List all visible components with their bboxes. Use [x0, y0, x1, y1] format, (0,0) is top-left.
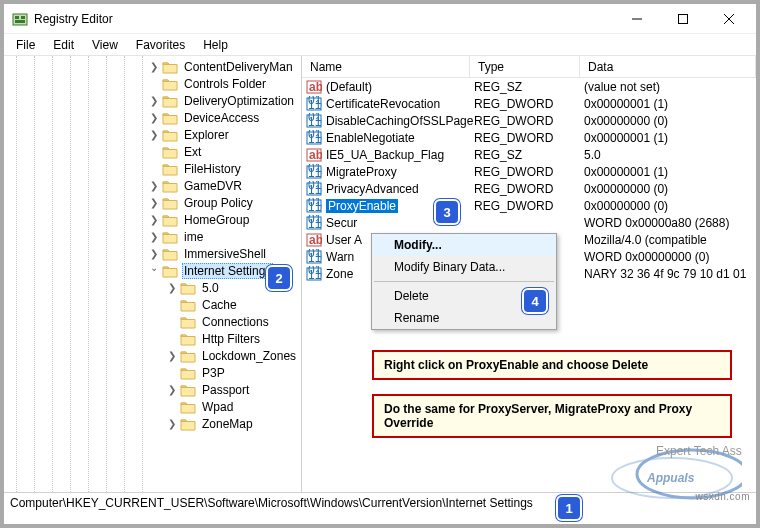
expander-icon[interactable]: ❯ [148, 95, 160, 107]
expander-icon[interactable]: ❯ [148, 214, 160, 226]
value-name: (Default) [326, 80, 474, 94]
svg-text:110: 110 [308, 115, 322, 129]
tree-item[interactable]: ❯ZoneMap [4, 415, 301, 432]
folder-icon [180, 332, 196, 346]
reg-dword-icon: 011110 [306, 113, 322, 129]
col-type[interactable]: Type [470, 56, 580, 77]
expander-icon[interactable] [166, 333, 178, 345]
tree-item[interactable]: ❯Lockdown_Zones [4, 347, 301, 364]
tree-label: Internet Settings [182, 263, 273, 279]
expander-icon[interactable]: ❯ [166, 418, 178, 430]
tree-item[interactable]: Cache [4, 296, 301, 313]
folder-icon [180, 298, 196, 312]
value-type: REG_DWORD [474, 97, 584, 111]
ctx-modify[interactable]: Modify... [372, 234, 556, 256]
tree-item[interactable]: ❯ime [4, 228, 301, 245]
value-row[interactable]: abIE5_UA_Backup_FlagREG_SZ5.0 [302, 146, 756, 163]
tree-item[interactable]: Http Filters [4, 330, 301, 347]
menu-bar: File Edit View Favorites Help [4, 34, 756, 56]
expander-icon[interactable] [148, 163, 160, 175]
expander-icon[interactable] [166, 299, 178, 311]
tree-item[interactable]: Ext [4, 143, 301, 160]
value-name: ProxyEnable [326, 199, 398, 213]
tree-label: DeliveryOptimization [182, 94, 296, 108]
expander-icon[interactable] [166, 316, 178, 328]
tree-item[interactable]: ⌄Internet Settings [4, 262, 301, 279]
expander-icon[interactable]: ❯ [148, 129, 160, 141]
menu-file[interactable]: File [8, 36, 43, 54]
tree-item[interactable]: ❯ContentDeliveryMan [4, 58, 301, 75]
tree-item[interactable]: Controls Folder [4, 75, 301, 92]
expander-icon[interactable]: ❯ [148, 231, 160, 243]
folder-icon [180, 400, 196, 414]
tree-item[interactable]: ❯5.0 [4, 279, 301, 296]
svg-rect-0 [13, 14, 27, 25]
regedit-icon [12, 11, 28, 27]
tree-label: P3P [200, 366, 227, 380]
tree-item[interactable]: ❯Passport [4, 381, 301, 398]
expander-icon[interactable] [166, 401, 178, 413]
expander-icon[interactable]: ❯ [148, 112, 160, 124]
folder-icon [162, 162, 178, 176]
value-row[interactable]: 011110DisableCachingOfSSLPagesREG_DWORD0… [302, 112, 756, 129]
col-data[interactable]: Data [580, 56, 756, 77]
expander-icon[interactable]: ⌄ [148, 262, 160, 274]
value-name: IE5_UA_Backup_Flag [326, 148, 474, 162]
tree-item[interactable]: ❯GameDVR [4, 177, 301, 194]
tree-item[interactable]: Connections [4, 313, 301, 330]
close-button[interactable] [706, 5, 752, 33]
expander-icon[interactable]: ❯ [166, 384, 178, 396]
menu-help[interactable]: Help [195, 36, 236, 54]
tree-item[interactable]: ❯DeviceAccess [4, 109, 301, 126]
folder-icon [180, 417, 196, 431]
tree-item[interactable]: P3P [4, 364, 301, 381]
folder-icon [162, 247, 178, 261]
expander-icon[interactable] [148, 78, 160, 90]
tree-item[interactable]: ❯ImmersiveShell [4, 245, 301, 262]
folder-icon [162, 213, 178, 227]
value-row[interactable]: 011110SecurWORD 0x00000a80 (2688) [302, 214, 756, 231]
value-row[interactable]: 011110CertificateRevocationREG_DWORD0x00… [302, 95, 756, 112]
folder-icon [162, 196, 178, 210]
expander-icon[interactable]: ❯ [148, 61, 160, 73]
menu-view[interactable]: View [84, 36, 126, 54]
svg-text:ab: ab [309, 233, 322, 247]
tree-item[interactable]: ❯Explorer [4, 126, 301, 143]
menu-edit[interactable]: Edit [45, 36, 82, 54]
expander-icon[interactable]: ❯ [148, 197, 160, 209]
expander-icon[interactable]: ❯ [148, 248, 160, 260]
value-type: REG_DWORD [474, 182, 584, 196]
window-title: Registry Editor [34, 12, 614, 26]
badge-2: 2 [268, 267, 290, 289]
expander-icon[interactable] [166, 367, 178, 379]
folder-icon [162, 230, 178, 244]
tree-item[interactable]: FileHistory [4, 160, 301, 177]
ctx-modify-binary[interactable]: Modify Binary Data... [372, 256, 556, 278]
folder-icon [180, 349, 196, 363]
tree-label: ZoneMap [200, 417, 255, 431]
instruction-note-2: Do the same for ProxyServer, MigrateProx… [372, 394, 732, 438]
value-row[interactable]: 011110PrivacyAdvancedREG_DWORD0x00000000… [302, 180, 756, 197]
instruction-note-1: Right click on ProxyEnable and choose De… [372, 350, 732, 380]
maximize-button[interactable] [660, 5, 706, 33]
tree-item[interactable]: Wpad [4, 398, 301, 415]
value-row[interactable]: ab(Default)REG_SZ(value not set) [302, 78, 756, 95]
value-type: REG_SZ [474, 80, 584, 94]
value-row[interactable]: 011110MigrateProxyREG_DWORD0x00000001 (1… [302, 163, 756, 180]
minimize-button[interactable] [614, 5, 660, 33]
registry-tree[interactable]: ❯ContentDeliveryManControls Folder❯Deliv… [4, 56, 302, 492]
value-row[interactable]: 011110EnableNegotiateREG_DWORD0x00000001… [302, 129, 756, 146]
expander-icon[interactable]: ❯ [166, 282, 178, 294]
menu-favorites[interactable]: Favorites [128, 36, 193, 54]
col-name[interactable]: Name [302, 56, 470, 77]
value-row[interactable]: 011110ProxyEnableREG_DWORD0x00000000 (0) [302, 197, 756, 214]
tree-item[interactable]: ❯HomeGroup [4, 211, 301, 228]
tree-label: Http Filters [200, 332, 262, 346]
value-type: REG_DWORD [474, 199, 584, 213]
tree-item[interactable]: ❯DeliveryOptimization [4, 92, 301, 109]
status-path: Computer\HKEY_CURRENT_USER\Software\Micr… [10, 496, 533, 510]
expander-icon[interactable]: ❯ [166, 350, 178, 362]
expander-icon[interactable] [148, 146, 160, 158]
expander-icon[interactable]: ❯ [148, 180, 160, 192]
tree-item[interactable]: ❯Group Policy [4, 194, 301, 211]
